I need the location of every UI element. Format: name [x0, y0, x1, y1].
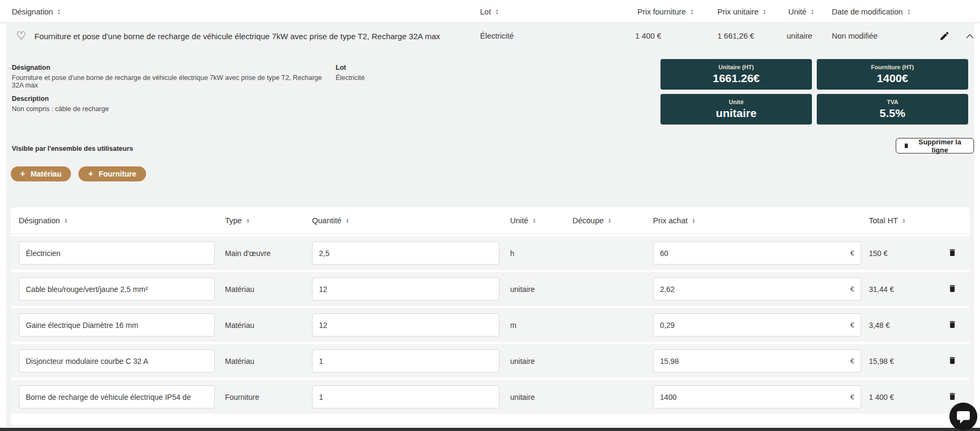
component-quantity-input[interactable] [312, 349, 499, 372]
column-header-prix-fourniture[interactable]: Prix fourniture ▲▼ [637, 0, 694, 23]
component-total: 31,44 € [869, 272, 894, 306]
component-designation-input[interactable] [19, 242, 215, 265]
column-header-lot[interactable]: Lot ▲▼ [480, 0, 499, 23]
component-price-input[interactable] [660, 249, 850, 258]
component-quantity-input[interactable] [312, 242, 499, 265]
collapse-line-button[interactable] [965, 33, 975, 40]
euro-icon: € [850, 249, 854, 257]
delete-component-button[interactable] [948, 391, 957, 403]
plus-icon: + [88, 170, 93, 178]
component-designation-input[interactable] [19, 277, 215, 301]
column-header-label: Prix unitaire [717, 8, 759, 16]
component-quantity-input[interactable] [312, 385, 499, 408]
component-type: Matériau [225, 308, 254, 342]
subcolumn-header-unite[interactable]: Unité ▲▼ [510, 207, 536, 234]
plus-icon: + [20, 170, 25, 178]
component-price-input[interactable] [660, 393, 850, 401]
sort-icon: ▲▼ [346, 218, 349, 224]
components-table-card: Désignation ▲▼ Type ▲▼ Quantité ▲▼ Unité… [11, 207, 970, 426]
detail-lot-value: Électricité [336, 74, 365, 82]
component-type: Main d'œuvre [225, 236, 271, 270]
column-header-prix-unitaire[interactable]: Prix unitaire ▲▼ [717, 0, 766, 23]
component-price-field: € [653, 277, 861, 301]
column-header-label: Total HT [869, 216, 898, 225]
component-designation-input[interactable] [19, 313, 215, 337]
delete-component-button[interactable] [948, 283, 957, 295]
component-total: 3,48 € [869, 308, 890, 342]
component-unite: m [510, 308, 517, 342]
component-unite: unitaire [510, 380, 535, 414]
component-unite: h [510, 236, 514, 270]
column-header-label: Désignation [19, 216, 60, 225]
component-type: Fourniture [225, 380, 259, 414]
stat-value: 1661.26€ [713, 72, 760, 84]
component-price-input[interactable] [660, 285, 850, 294]
component-price-field: € [653, 313, 861, 337]
pencil-icon [939, 31, 950, 41]
subcolumn-header-prix-achat[interactable]: Prix achat ▲▼ [653, 207, 695, 234]
subcolumn-header-decoupe[interactable]: Découpe ▲▼ [572, 207, 611, 234]
expanded-line-panel: ♡ Fourniture et pose d'une borne de rech… [6, 24, 974, 427]
delete-line-button[interactable]: Supprimer la ligne [896, 138, 974, 154]
sort-icon: ▲▼ [57, 9, 61, 14]
visibility-note: Visible par l'ensemble des utilisateurs [12, 145, 133, 152]
trash-icon [903, 142, 909, 150]
subcolumn-header-quantite[interactable]: Quantité ▲▼ [312, 207, 349, 234]
main-table-header: Désignation ▲▼ Lot ▲▼ Prix fourniture ▲▼… [0, 0, 980, 23]
delete-component-button[interactable] [948, 319, 957, 331]
component-price-field: € [653, 385, 861, 408]
detail-designation-label: Désignation [12, 64, 50, 71]
add-materiau-button[interactable]: + Matériau [11, 166, 71, 181]
quote-line-row[interactable]: ♡ Fourniture et pose d'une borne de rech… [6, 24, 980, 48]
component-row: Main d'œuvre h € 150 € [11, 236, 970, 270]
column-header-label: Découpe [572, 216, 604, 225]
trash-icon [948, 355, 957, 366]
component-designation-input[interactable] [19, 385, 215, 408]
sort-icon: ▲▼ [811, 9, 814, 14]
stat-label: Unité [729, 99, 744, 105]
stat-value: 5.5% [880, 107, 905, 119]
stat-label: TVA [887, 99, 898, 105]
stat-label: Unitaire (HT) [718, 64, 754, 70]
stat-value: unitaire [716, 107, 757, 119]
component-quantity-input[interactable] [312, 313, 499, 337]
add-fourniture-label: Fourniture [99, 170, 136, 178]
component-quantity-input[interactable] [312, 277, 499, 301]
delete-component-button[interactable] [948, 247, 957, 259]
column-header-label: Lot [480, 8, 491, 16]
components-table-header: Désignation ▲▼ Type ▲▼ Quantité ▲▼ Unité… [11, 207, 970, 234]
component-price-input[interactable] [660, 357, 850, 366]
sort-icon: ▲▼ [246, 218, 249, 224]
component-designation-input[interactable] [19, 349, 215, 372]
component-type: Matériau [225, 272, 254, 306]
delete-component-button[interactable] [948, 355, 957, 367]
trash-icon [948, 283, 957, 294]
line-date-modification: Non modifiée [832, 24, 877, 48]
column-header-unite[interactable]: Unité ▲▼ [788, 0, 814, 23]
edit-line-button[interactable] [938, 30, 951, 42]
price-stats-grid: Unitaire (HT) 1661.26€ Fourniture (HT) 1… [660, 59, 968, 125]
subcolumn-header-total-ht[interactable]: Total HT ▲▼ [869, 207, 905, 234]
component-row: Matériau unitaire € 15,98 € [11, 344, 970, 378]
stat-label: Fourniture (HT) [871, 64, 914, 70]
column-header-date-modification[interactable]: Date de modification ▲▼ [832, 0, 911, 23]
component-price-input[interactable] [660, 321, 850, 330]
heart-icon: ♡ [16, 31, 26, 42]
column-header-label: Date de modification [832, 8, 903, 16]
sort-icon: ▲▼ [692, 218, 695, 224]
favorite-button[interactable]: ♡ [16, 24, 26, 48]
stat-tva: TVA 5.5% [817, 94, 968, 125]
column-header-label: Prix achat [653, 216, 687, 225]
column-header-label: Prix fourniture [637, 8, 686, 16]
stat-unite: Unité unitaire [660, 94, 812, 125]
line-designation: Fourniture et pose d'une borne de rechar… [34, 24, 440, 48]
trash-icon [948, 391, 957, 401]
chat-widget-button[interactable] [949, 403, 977, 430]
sort-icon: ▲▼ [763, 9, 766, 14]
subcolumn-header-designation[interactable]: Désignation ▲▼ [19, 207, 68, 234]
sort-icon: ▲▼ [902, 218, 905, 224]
subcolumn-header-type[interactable]: Type ▲▼ [225, 207, 250, 234]
page: Désignation ▲▼ Lot ▲▼ Prix fourniture ▲▼… [0, 0, 980, 431]
column-header-designation[interactable]: Désignation ▲▼ [12, 0, 61, 23]
add-fourniture-button[interactable]: + Fourniture [78, 166, 146, 181]
